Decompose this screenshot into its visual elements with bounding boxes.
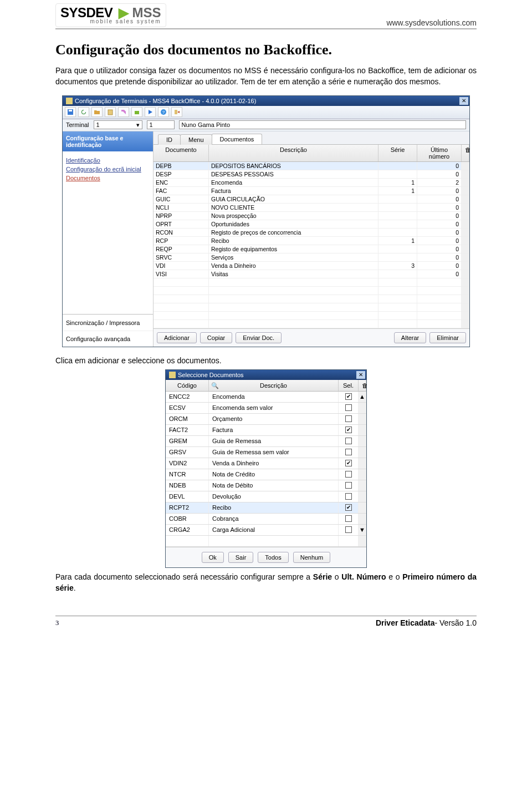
col-serie: Série xyxy=(378,145,417,161)
table-row[interactable]: GUICGUIA CIRCULAÇÃO0 xyxy=(154,195,469,204)
table-row[interactable]: NCLINOVO CLIENTE0 xyxy=(154,204,469,212)
checkbox[interactable]: ✔ xyxy=(345,393,352,400)
svg-text:?: ? xyxy=(162,110,165,115)
ok-button[interactable]: Ok xyxy=(202,552,224,563)
col2-delete-icon[interactable]: 🗑 xyxy=(359,380,366,391)
table-row xyxy=(154,312,469,320)
terminal-name-field[interactable]: Nuno Gama Pinto xyxy=(179,120,466,129)
checkbox[interactable] xyxy=(345,449,352,455)
site-url: www.sysdevsolutions.com xyxy=(386,18,477,27)
checkbox[interactable] xyxy=(345,415,352,422)
checkbox[interactable]: ✔ xyxy=(345,460,352,466)
checkbox[interactable]: ✔ xyxy=(345,504,352,511)
window2-title: Seleccione Documentos xyxy=(178,372,356,378)
exit-button[interactable]: Sair xyxy=(228,552,254,563)
page-title: Configuração dos documentos no Backoffic… xyxy=(55,42,477,58)
all-button[interactable]: Todos xyxy=(258,552,288,563)
tb-tag-icon[interactable] xyxy=(118,107,129,117)
sidebar-link-ident[interactable]: Identificação xyxy=(66,157,150,164)
table-row xyxy=(154,278,469,287)
list-item[interactable]: RCPT2Recibo✔ xyxy=(166,502,366,514)
delete-button[interactable]: Eliminar xyxy=(429,332,466,343)
table-row[interactable]: DEPBDEPOSITOS BANCÁRIOS0 xyxy=(154,162,469,170)
table-row xyxy=(154,320,469,328)
list-item[interactable]: VDIN2Venda a Dinheiro✔ xyxy=(166,458,366,469)
edit-button[interactable]: Alterar xyxy=(394,332,426,343)
sidebar-section-adv[interactable]: Configuração avançada xyxy=(63,331,153,347)
checkbox[interactable] xyxy=(345,526,352,533)
terminal-code-field[interactable]: 1 xyxy=(147,120,175,129)
list-item[interactable]: ECSVEncomenda sem valor xyxy=(166,403,366,414)
checkbox[interactable] xyxy=(345,482,352,489)
terminal-select[interactable]: 1▾ xyxy=(94,120,142,129)
list-item[interactable]: DEVLDevolução xyxy=(166,491,366,502)
list-item[interactable]: NDEBNota de Débito xyxy=(166,480,366,491)
table-row[interactable]: RCPRecibo10 xyxy=(154,237,469,245)
close-icon[interactable]: ✕ xyxy=(459,97,468,105)
table-row[interactable]: NPRPNova prospecção0 xyxy=(154,212,469,220)
table-row[interactable]: FACFactura10 xyxy=(154,187,469,195)
table-row[interactable]: REQPRegisto de equipamentos0 xyxy=(154,245,469,253)
tb-play-icon[interactable] xyxy=(145,107,156,117)
list-item[interactable]: NTCRNota de Crédito xyxy=(166,469,366,480)
tb-refresh-icon[interactable] xyxy=(78,107,89,117)
caption-1: Clica em adicionar e seleccione os docum… xyxy=(55,355,477,366)
tab-menu[interactable]: Menu xyxy=(180,134,212,145)
table-row xyxy=(154,287,469,295)
col2-desc: 🔍Descrição xyxy=(209,380,339,391)
col-ult: Último número xyxy=(417,145,462,161)
table-row[interactable]: SRVCServiços0 xyxy=(154,253,469,262)
copy-button[interactable]: Copiar xyxy=(200,332,232,343)
checkbox[interactable] xyxy=(345,515,352,522)
list-item[interactable]: GRSVGuia de Remessa sem valor xyxy=(166,447,366,458)
checkbox[interactable] xyxy=(345,438,352,444)
checkbox[interactable] xyxy=(345,404,352,411)
table-row xyxy=(154,295,469,303)
checkbox[interactable] xyxy=(345,493,352,500)
sidebar-link-docs[interactable]: Documentos xyxy=(66,175,150,181)
tab-docs[interactable]: Documentos xyxy=(212,134,263,144)
sidebar-link-ecra[interactable]: Configuração do ecrã inicial xyxy=(66,166,150,172)
tb-open-icon[interactable] xyxy=(91,107,103,117)
table-row[interactable]: VDIVenda a Dinheiro30 xyxy=(154,262,469,270)
window-select-docs: Seleccione Documentos ✕ Código 🔍Descriçã… xyxy=(165,369,367,568)
send-button[interactable]: Enviar Doc. xyxy=(236,332,282,343)
close-icon[interactable]: ✕ xyxy=(356,371,365,379)
logo: SYSDEV ▶ MSS mobile sales system xyxy=(55,3,166,27)
tb-exit-icon[interactable] xyxy=(171,107,182,117)
list-item[interactable]: ENCC2Encomenda✔▲ xyxy=(166,392,366,403)
list-item[interactable]: COBRCobrança xyxy=(166,514,366,525)
footer-product: Driver Eticadata- Versão 1.0 xyxy=(376,618,477,627)
checkbox[interactable]: ✔ xyxy=(345,427,352,433)
none-button[interactable]: Nenhum xyxy=(293,552,331,563)
col-delete-icon[interactable]: 🗑 xyxy=(462,145,469,161)
table-row[interactable]: RCONRegisto de preços de concorrencia0 xyxy=(154,229,469,237)
sidebar: Configuração base e identificação Identi… xyxy=(63,131,154,347)
table-row[interactable]: OPRTOportunidades0 xyxy=(154,220,469,229)
col-desc: Descrição xyxy=(209,145,378,161)
app-icon xyxy=(169,372,176,378)
table-row xyxy=(154,303,469,312)
list-item[interactable]: ORCMOrçamento xyxy=(166,414,366,425)
add-button[interactable]: Adicionar xyxy=(157,332,197,343)
intro-paragraph: Para que o utilizador consiga fazer os d… xyxy=(55,65,477,88)
table-row[interactable]: DESPDESPESAS PESSOAIS0 xyxy=(154,170,469,179)
page-number: 3 xyxy=(55,618,59,627)
list-item[interactable]: CRGA2Carga Adicional▼ xyxy=(166,525,366,536)
logo-main: SYSDEV xyxy=(60,5,112,20)
list-item[interactable]: GREMGuia de Remessa xyxy=(166,436,366,447)
list-item[interactable]: FACT2Factura✔ xyxy=(166,425,366,436)
chevron-down-icon: ▾ xyxy=(136,121,140,129)
tb-save-icon[interactable] xyxy=(65,107,76,117)
tb-help-icon[interactable]: ? xyxy=(158,107,169,117)
table-row[interactable]: VISIVisitas0 xyxy=(154,270,469,278)
svg-rect-3 xyxy=(135,111,139,114)
tb-clip-icon[interactable] xyxy=(105,107,116,117)
tab-id[interactable]: ID xyxy=(158,134,181,145)
tb-import-icon[interactable] xyxy=(131,107,142,117)
table-row[interactable]: ENCEncomenda12 xyxy=(154,179,469,187)
button-bar2: Ok Sair Todos Nenhum xyxy=(166,547,366,567)
checkbox[interactable] xyxy=(345,471,352,478)
search-icon[interactable]: 🔍 xyxy=(211,382,219,389)
sidebar-section-sync[interactable]: Sincronização / Impressora xyxy=(63,314,153,331)
